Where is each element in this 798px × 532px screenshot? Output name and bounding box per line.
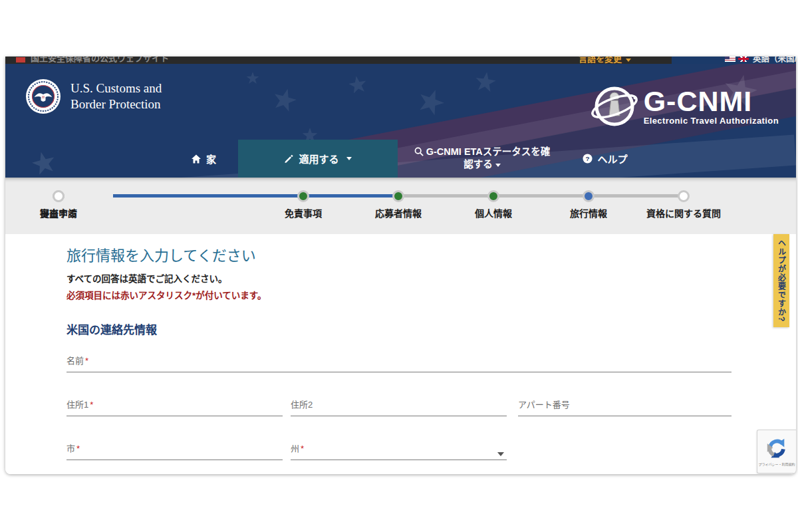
step-eligibility-questions: 資格に関する質問 [630, 190, 737, 219]
address2-field: 住所2 [291, 400, 507, 416]
house-icon [191, 154, 201, 164]
apartment-input[interactable] [518, 409, 732, 416]
city-field: 市* [66, 444, 283, 460]
section-title-us-contact: 米国の連絡先情報 [66, 321, 732, 337]
chevron-down-icon [495, 164, 501, 167]
name-field: 名前* [66, 356, 732, 372]
dhs-seal-icon [25, 78, 61, 114]
brand-name: G-CNMI [644, 86, 779, 116]
city-label: 市 [66, 444, 75, 454]
step-applicant-info: 応募者情報 [345, 190, 452, 219]
globe-latte-stone-icon [589, 80, 640, 132]
recaptcha-badge[interactable]: プライバシー・利用規約 [757, 430, 796, 473]
step-disclaimer: 免責事項 [250, 190, 356, 219]
caret-down-icon[interactable] [497, 452, 504, 456]
required-asterisk: * [301, 444, 304, 454]
form-row-name: 名前* [66, 356, 732, 372]
agency-name: U.S. Customs and Border Protection [70, 80, 162, 112]
official-site-notice: 国土安全保障省の公式ウェブサイト [31, 57, 169, 64]
address1-input[interactable] [66, 409, 283, 416]
gov-banner: 国土安全保障省の公式ウェブサイト 言語を変更 英語（米国/英国） [5, 57, 796, 64]
required-asterisk: * [85, 356, 88, 366]
step-travel-info: 旅行情報 [535, 190, 642, 219]
nav-item-check-status[interactable]: G-CNMI ETAステータスを確認する [411, 140, 553, 178]
recaptcha-privacy-terms[interactable]: プライバシー・利用規約 [759, 462, 795, 466]
chevron-down-icon [626, 59, 631, 62]
chevron-down-icon [346, 157, 352, 160]
note-english-only: すべての回答は英語でご記入ください。 [66, 271, 732, 285]
step-dot [583, 190, 595, 202]
required-asterisk: * [90, 400, 93, 410]
browser-viewport: 国土安全保障省の公式ウェブサイト 言語を変更 英語（米国/英国） [5, 57, 796, 474]
uk-flag-icon [738, 57, 749, 62]
nav-item-apply[interactable]: 適用する [238, 140, 398, 178]
step-dot [392, 190, 404, 202]
svg-text:?: ? [586, 155, 590, 162]
need-help-tab[interactable]: ヘルプが必要ですか? [773, 234, 789, 327]
site-header: U.S. Customs and Border Protection G-CNM… [5, 64, 796, 178]
state-label: 州 [291, 444, 299, 454]
us-flag-icon [16, 57, 25, 63]
recycle-arrows-icon [765, 437, 788, 460]
search-icon [414, 147, 424, 156]
address2-input[interactable] [291, 409, 507, 416]
state-field: 州* [291, 444, 507, 460]
name-input[interactable] [66, 365, 732, 372]
name-label: 名前 [66, 356, 84, 366]
address2-label: 住所2 [291, 400, 313, 410]
progress-stepper: 免責事項 応募者情報 個人情報 旅行情報 資格に関する質問 審査申請 提出する [5, 178, 796, 234]
apartment-label: アパート番号 [518, 400, 570, 410]
nav-item-home[interactable]: 家 [177, 140, 230, 178]
step-submit: 提出する [5, 190, 112, 219]
nav-item-help[interactable]: ? ヘルプ [579, 140, 632, 178]
pencil-icon [284, 154, 294, 164]
language-change-link[interactable]: 言語を変更 [579, 57, 631, 64]
apartment-field: アパート番号 [518, 400, 732, 416]
main-nav: 家 適用する G-CNMI ETAステータスを確認する ? ヘルプ [5, 140, 796, 178]
address1-field: 住所1* [66, 400, 283, 416]
form-row-address: 住所1* 住所2 アパート番号 [66, 400, 732, 416]
current-language-label: 英語（米国/英国） [753, 57, 796, 64]
gcnmi-wordmark: G-CNMI Electronic Travel Authorization [644, 86, 779, 126]
form-content: 旅行情報を入力してください すべての回答は英語でご記入ください。 必須項目には赤… [5, 234, 796, 474]
cbp-brand[interactable]: U.S. Customs and Border Protection [25, 78, 162, 114]
step-dot [53, 190, 65, 202]
address1-label: 住所1 [66, 400, 88, 410]
step-dot [297, 190, 309, 202]
city-input[interactable] [66, 453, 283, 460]
step-personal-info: 個人情報 [440, 190, 547, 219]
step-dot [487, 190, 499, 202]
gcnmi-brand[interactable]: G-CNMI Electronic Travel Authorization [589, 80, 779, 132]
language-selector[interactable]: 英語（米国/英国） [672, 57, 796, 64]
state-select[interactable] [291, 453, 507, 460]
note-required-fields: 必須項目には赤いアスタリスク*が付いています。 [66, 288, 732, 301]
brand-tagline: Electronic Travel Authorization [644, 116, 779, 126]
step-dot [678, 190, 690, 202]
us-flag-icon [725, 57, 735, 62]
question-circle-icon: ? [583, 154, 593, 164]
page-title: 旅行情報を入力してください [66, 243, 732, 265]
form-row-city-state: 市* 州* [66, 444, 732, 460]
required-asterisk: * [76, 444, 80, 454]
